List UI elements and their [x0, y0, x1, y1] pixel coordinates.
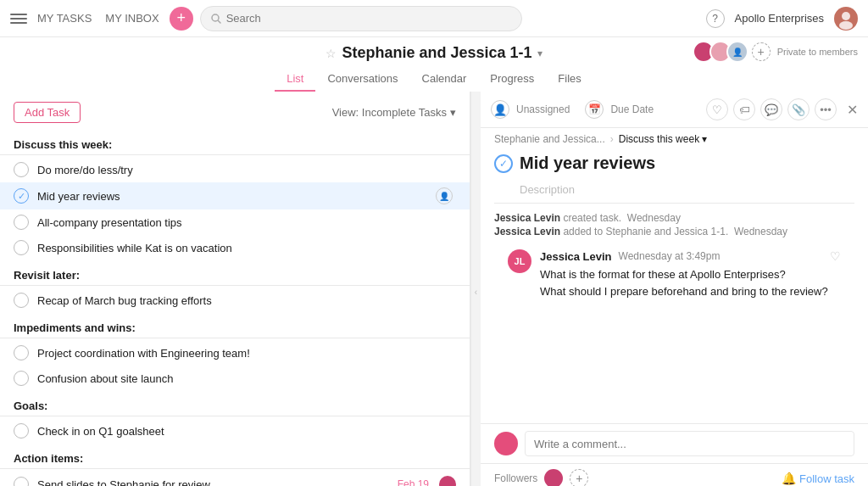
- star-icon[interactable]: ☆: [326, 47, 337, 60]
- left-panel: Add Task View: Incomplete Tasks ▾ Discus…: [0, 92, 470, 486]
- breadcrumb-section[interactable]: Discuss this week ▾: [619, 133, 707, 145]
- add-task-button[interactable]: Add Task: [14, 102, 81, 123]
- followers-row: Followers + 🔔 Follow task: [481, 463, 868, 486]
- hamburger-icon[interactable]: [10, 10, 27, 27]
- task-row[interactable]: ⠿ Check in on Q1 goalsheet: [0, 418, 470, 444]
- description-area[interactable]: Description: [481, 180, 868, 203]
- assignee-icon: 👤: [436, 187, 453, 204]
- activity-line-1: Jessica Levin created task. Wednesday: [494, 212, 854, 224]
- add-follower-button[interactable]: +: [570, 469, 588, 486]
- task-row[interactable]: ⠿ All-company presentation tips: [0, 209, 470, 235]
- breadcrumb-chevron-icon: ▾: [702, 133, 707, 145]
- rp-actions: ♡ 🏷 💬 📎 •••: [706, 98, 837, 120]
- task-checkbox[interactable]: [14, 240, 29, 255]
- private-label: Private to members: [777, 47, 858, 57]
- due-date-label: Due Date: [610, 103, 654, 115]
- comment-author: Jessica Levin: [540, 250, 612, 263]
- main-content: Add Task View: Incomplete Tasks ▾ Discus…: [0, 92, 868, 486]
- comment-content: Jessica Levin Wednesday at 3:49pm ♡ What…: [540, 249, 841, 299]
- task-checkbox[interactable]: ✓: [14, 188, 29, 204]
- task-row[interactable]: ⠿ Recap of March bug tracking efforts: [0, 288, 470, 313]
- view-filter[interactable]: View: Incomplete Tasks ▾: [332, 106, 456, 119]
- tag-button[interactable]: 🏷: [733, 98, 755, 120]
- task-checkbox[interactable]: [14, 477, 29, 486]
- section-revisit-later: Revisit later:: [0, 260, 470, 286]
- section-goals: Goals:: [0, 391, 470, 416]
- task-checkbox[interactable]: [14, 345, 29, 360]
- collapse-handle[interactable]: ‹: [470, 92, 481, 486]
- comment-input-avatar: [494, 432, 518, 455]
- add-member-button[interactable]: +: [752, 42, 771, 61]
- task-detail-title: Mid year reviews: [520, 154, 655, 173]
- section-discuss-this-week: Discuss this week:: [0, 130, 470, 155]
- member-avatar-3[interactable]: 👤: [726, 41, 748, 63]
- tab-list[interactable]: List: [275, 67, 315, 92]
- comment-header: Jessica Levin Wednesday at 3:49pm ♡: [540, 249, 841, 263]
- right-panel: 👤 Unassigned 📅 Due Date ♡ 🏷 💬 📎 ••• ✕ St…: [481, 92, 868, 486]
- member-avatars: 👤: [693, 41, 748, 63]
- my-inbox-link[interactable]: MY INBOX: [102, 12, 162, 25]
- view-filter-chevron-icon: ▾: [450, 106, 456, 119]
- task-detail-title-row: ✓ Mid year reviews: [481, 150, 868, 180]
- task-row[interactable]: ⠿ Send slides to Stephanie for review Fe…: [0, 471, 470, 486]
- task-name: Recap of March bug tracking efforts: [37, 294, 456, 307]
- due-date-icon[interactable]: 📅: [585, 100, 604, 119]
- my-tasks-link[interactable]: MY TASKS: [34, 12, 95, 25]
- more-button[interactable]: •••: [815, 98, 837, 120]
- task-row[interactable]: ⠿ Confusion about site launch: [0, 366, 470, 391]
- task-row[interactable]: ⠿ ✓ Mid year reviews 👤: [0, 182, 470, 209]
- project-tabs: List Conversations Calendar Progress Fil…: [0, 67, 868, 92]
- svg-point-0: [212, 14, 219, 21]
- attach-button[interactable]: 📎: [787, 98, 810, 120]
- tab-files[interactable]: Files: [546, 67, 593, 92]
- task-name: Check in on Q1 goalsheet: [37, 425, 456, 438]
- task-checkbox[interactable]: [14, 293, 29, 308]
- project-title: Stephanie and Jessica 1-1: [342, 44, 531, 62]
- comment-button[interactable]: 💬: [760, 98, 782, 120]
- complete-circle[interactable]: ✓: [494, 154, 513, 173]
- comment-time: Wednesday at 3:49pm: [619, 250, 721, 262]
- tab-progress[interactable]: Progress: [478, 67, 546, 92]
- task-name: Send slides to Stephanie for review: [37, 478, 398, 487]
- comment-input-row: [481, 423, 868, 463]
- comment-input[interactable]: [525, 431, 854, 456]
- task-name: All-company presentation tips: [37, 216, 456, 229]
- add-button[interactable]: +: [170, 7, 193, 31]
- task-due-date: Feb 19: [398, 478, 429, 486]
- svg-point-2: [842, 12, 850, 20]
- search-icon: [211, 14, 221, 24]
- section-impediments-wins: Impediments and wins:: [0, 313, 470, 338]
- company-name: Apollo Enterprises: [735, 12, 825, 25]
- task-name: Confusion about site launch: [37, 372, 456, 385]
- follow-task-button[interactable]: 🔔 Follow task: [782, 472, 854, 485]
- close-button[interactable]: ✕: [847, 102, 858, 118]
- svg-line-1: [218, 20, 220, 23]
- search-input[interactable]: [226, 12, 511, 25]
- task-checkbox[interactable]: [14, 215, 29, 230]
- task-row[interactable]: ⠿ Do more/do less/try: [0, 157, 470, 182]
- project-chevron-icon[interactable]: ▾: [537, 47, 542, 59]
- tab-calendar[interactable]: Calendar: [410, 67, 479, 92]
- comment-text-line2: What should I prepare beforehand and bri…: [540, 283, 841, 300]
- comment-like-button[interactable]: ♡: [830, 249, 841, 263]
- bell-icon: 🔔: [782, 472, 796, 485]
- tab-conversations[interactable]: Conversations: [315, 67, 409, 92]
- breadcrumb: Stephanie and Jessica... › Discuss this …: [481, 128, 868, 150]
- task-name: Responsibilities while Kat is on vacatio…: [37, 242, 456, 254]
- task-name: Do more/do less/try: [37, 164, 456, 176]
- heart-button[interactable]: ♡: [706, 98, 728, 120]
- help-button[interactable]: ?: [706, 9, 725, 28]
- task-row[interactable]: ⠿ Project coordination with Engineering …: [0, 340, 470, 366]
- breadcrumb-arrow-icon: ›: [610, 133, 614, 145]
- activity-section: Jessica Levin created task. Wednesday Je…: [481, 204, 868, 423]
- task-assignee-avatar: [439, 476, 456, 486]
- followers-label: Followers: [494, 472, 537, 484]
- project-header: ☆ Stephanie and Jessica 1-1 ▾ List Conve…: [0, 37, 868, 92]
- task-checkbox[interactable]: [14, 162, 29, 177]
- task-row[interactable]: ⠿ Responsibilities while Kat is on vacat…: [0, 235, 470, 260]
- breadcrumb-project[interactable]: Stephanie and Jessica...: [494, 133, 605, 145]
- user-avatar[interactable]: [834, 7, 858, 31]
- unassigned-icon[interactable]: 👤: [491, 100, 509, 119]
- task-checkbox[interactable]: [14, 423, 29, 439]
- task-checkbox[interactable]: [14, 371, 29, 386]
